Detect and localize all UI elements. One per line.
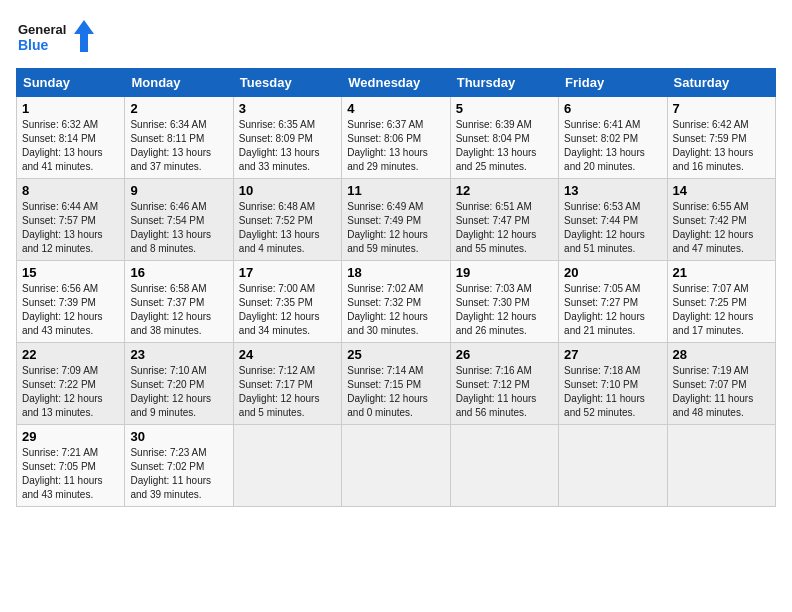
day-of-week-wednesday: Wednesday <box>342 69 450 97</box>
day-info: Sunrise: 7:07 AM Sunset: 7:25 PM Dayligh… <box>673 282 770 338</box>
day-number: 5 <box>456 101 553 116</box>
day-number: 6 <box>564 101 661 116</box>
day-info: Sunrise: 6:48 AM Sunset: 7:52 PM Dayligh… <box>239 200 336 256</box>
day-number: 2 <box>130 101 227 116</box>
day-info: Sunrise: 7:16 AM Sunset: 7:12 PM Dayligh… <box>456 364 553 420</box>
sunrise-label: Sunrise: 6:49 AM <box>347 201 423 212</box>
calendar-cell: 9 Sunrise: 6:46 AM Sunset: 7:54 PM Dayli… <box>125 179 233 261</box>
sunrise-label: Sunrise: 7:05 AM <box>564 283 640 294</box>
sunset-label: Sunset: 8:06 PM <box>347 133 421 144</box>
day-number: 23 <box>130 347 227 362</box>
sunrise-label: Sunrise: 7:12 AM <box>239 365 315 376</box>
day-info: Sunrise: 6:34 AM Sunset: 8:11 PM Dayligh… <box>130 118 227 174</box>
sunset-label: Sunset: 8:04 PM <box>456 133 530 144</box>
sunrise-label: Sunrise: 6:58 AM <box>130 283 206 294</box>
daylight-label: Daylight: 12 hours and 17 minutes. <box>673 311 754 336</box>
calendar-cell: 25 Sunrise: 7:14 AM Sunset: 7:15 PM Dayl… <box>342 343 450 425</box>
daylight-label: Daylight: 12 hours and 59 minutes. <box>347 229 428 254</box>
sunrise-label: Sunrise: 7:09 AM <box>22 365 98 376</box>
calendar-cell: 23 Sunrise: 7:10 AM Sunset: 7:20 PM Dayl… <box>125 343 233 425</box>
sunset-label: Sunset: 7:15 PM <box>347 379 421 390</box>
daylight-label: Daylight: 13 hours and 29 minutes. <box>347 147 428 172</box>
daylight-label: Daylight: 12 hours and 26 minutes. <box>456 311 537 336</box>
day-number: 19 <box>456 265 553 280</box>
sunset-label: Sunset: 8:14 PM <box>22 133 96 144</box>
day-of-week-thursday: Thursday <box>450 69 558 97</box>
day-number: 16 <box>130 265 227 280</box>
day-number: 11 <box>347 183 444 198</box>
day-info: Sunrise: 7:21 AM Sunset: 7:05 PM Dayligh… <box>22 446 119 502</box>
sunrise-label: Sunrise: 7:16 AM <box>456 365 532 376</box>
sunrise-label: Sunrise: 6:39 AM <box>456 119 532 130</box>
day-info: Sunrise: 6:37 AM Sunset: 8:06 PM Dayligh… <box>347 118 444 174</box>
calendar-cell: 6 Sunrise: 6:41 AM Sunset: 8:02 PM Dayli… <box>559 97 667 179</box>
sunrise-label: Sunrise: 7:03 AM <box>456 283 532 294</box>
day-info: Sunrise: 7:05 AM Sunset: 7:27 PM Dayligh… <box>564 282 661 338</box>
day-info: Sunrise: 7:19 AM Sunset: 7:07 PM Dayligh… <box>673 364 770 420</box>
day-info: Sunrise: 6:42 AM Sunset: 7:59 PM Dayligh… <box>673 118 770 174</box>
calendar-cell: 14 Sunrise: 6:55 AM Sunset: 7:42 PM Dayl… <box>667 179 775 261</box>
day-info: Sunrise: 7:03 AM Sunset: 7:30 PM Dayligh… <box>456 282 553 338</box>
sunrise-label: Sunrise: 7:02 AM <box>347 283 423 294</box>
day-info: Sunrise: 6:41 AM Sunset: 8:02 PM Dayligh… <box>564 118 661 174</box>
day-number: 29 <box>22 429 119 444</box>
calendar-cell: 18 Sunrise: 7:02 AM Sunset: 7:32 PM Dayl… <box>342 261 450 343</box>
sunset-label: Sunset: 7:32 PM <box>347 297 421 308</box>
week-row-2: 8 Sunrise: 6:44 AM Sunset: 7:57 PM Dayli… <box>17 179 776 261</box>
calendar-cell <box>667 425 775 507</box>
daylight-label: Daylight: 12 hours and 21 minutes. <box>564 311 645 336</box>
calendar-cell: 11 Sunrise: 6:49 AM Sunset: 7:49 PM Dayl… <box>342 179 450 261</box>
sunset-label: Sunset: 7:27 PM <box>564 297 638 308</box>
sunset-label: Sunset: 7:42 PM <box>673 215 747 226</box>
sunset-label: Sunset: 7:30 PM <box>456 297 530 308</box>
calendar-cell: 30 Sunrise: 7:23 AM Sunset: 7:02 PM Dayl… <box>125 425 233 507</box>
sunset-label: Sunset: 7:44 PM <box>564 215 638 226</box>
svg-text:General: General <box>18 22 66 37</box>
daylight-label: Daylight: 12 hours and 43 minutes. <box>22 311 103 336</box>
day-info: Sunrise: 7:00 AM Sunset: 7:35 PM Dayligh… <box>239 282 336 338</box>
sunset-label: Sunset: 7:20 PM <box>130 379 204 390</box>
logo-svg: General Blue <box>16 16 96 56</box>
day-info: Sunrise: 6:51 AM Sunset: 7:47 PM Dayligh… <box>456 200 553 256</box>
sunset-label: Sunset: 7:57 PM <box>22 215 96 226</box>
sunrise-label: Sunrise: 7:00 AM <box>239 283 315 294</box>
calendar-table: SundayMondayTuesdayWednesdayThursdayFrid… <box>16 68 776 507</box>
sunset-label: Sunset: 7:17 PM <box>239 379 313 390</box>
daylight-label: Daylight: 11 hours and 48 minutes. <box>673 393 754 418</box>
daylight-label: Daylight: 11 hours and 43 minutes. <box>22 475 103 500</box>
daylight-label: Daylight: 13 hours and 25 minutes. <box>456 147 537 172</box>
header: General Blue <box>16 16 776 56</box>
sunset-label: Sunset: 7:49 PM <box>347 215 421 226</box>
calendar-cell: 22 Sunrise: 7:09 AM Sunset: 7:22 PM Dayl… <box>17 343 125 425</box>
calendar-cell: 29 Sunrise: 7:21 AM Sunset: 7:05 PM Dayl… <box>17 425 125 507</box>
sunset-label: Sunset: 8:11 PM <box>130 133 204 144</box>
day-number: 20 <box>564 265 661 280</box>
day-of-week-saturday: Saturday <box>667 69 775 97</box>
daylight-label: Daylight: 12 hours and 0 minutes. <box>347 393 428 418</box>
daylight-label: Daylight: 11 hours and 39 minutes. <box>130 475 211 500</box>
sunset-label: Sunset: 7:37 PM <box>130 297 204 308</box>
sunset-label: Sunset: 7:07 PM <box>673 379 747 390</box>
sunrise-label: Sunrise: 7:07 AM <box>673 283 749 294</box>
daylight-label: Daylight: 12 hours and 55 minutes. <box>456 229 537 254</box>
day-number: 1 <box>22 101 119 116</box>
daylight-label: Daylight: 12 hours and 34 minutes. <box>239 311 320 336</box>
calendar-cell: 4 Sunrise: 6:37 AM Sunset: 8:06 PM Dayli… <box>342 97 450 179</box>
calendar-cell <box>450 425 558 507</box>
daylight-label: Daylight: 13 hours and 33 minutes. <box>239 147 320 172</box>
sunset-label: Sunset: 7:52 PM <box>239 215 313 226</box>
week-row-3: 15 Sunrise: 6:56 AM Sunset: 7:39 PM Dayl… <box>17 261 776 343</box>
calendar-cell: 26 Sunrise: 7:16 AM Sunset: 7:12 PM Dayl… <box>450 343 558 425</box>
calendar-cell: 19 Sunrise: 7:03 AM Sunset: 7:30 PM Dayl… <box>450 261 558 343</box>
sunrise-label: Sunrise: 6:48 AM <box>239 201 315 212</box>
day-info: Sunrise: 6:39 AM Sunset: 8:04 PM Dayligh… <box>456 118 553 174</box>
sunrise-label: Sunrise: 7:23 AM <box>130 447 206 458</box>
daylight-label: Daylight: 11 hours and 56 minutes. <box>456 393 537 418</box>
sunrise-label: Sunrise: 7:18 AM <box>564 365 640 376</box>
day-of-week-tuesday: Tuesday <box>233 69 341 97</box>
calendar-cell: 15 Sunrise: 6:56 AM Sunset: 7:39 PM Dayl… <box>17 261 125 343</box>
daylight-label: Daylight: 12 hours and 13 minutes. <box>22 393 103 418</box>
calendar-cell: 7 Sunrise: 6:42 AM Sunset: 7:59 PM Dayli… <box>667 97 775 179</box>
daylight-label: Daylight: 12 hours and 5 minutes. <box>239 393 320 418</box>
sunset-label: Sunset: 7:02 PM <box>130 461 204 472</box>
